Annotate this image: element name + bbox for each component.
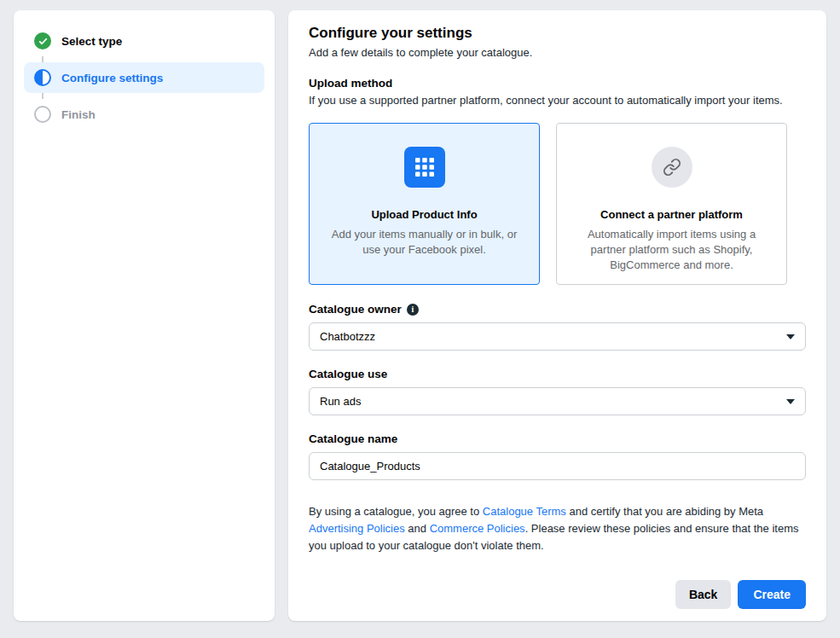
upload-method-options: Upload Product Info Add your items manua… bbox=[309, 123, 806, 285]
info-icon[interactable]: i bbox=[407, 304, 419, 316]
check-icon bbox=[34, 32, 51, 49]
commerce-policies-link[interactable]: Commerce Policies bbox=[430, 522, 525, 535]
upload-method-heading: Upload method bbox=[309, 76, 806, 90]
field-label-text: Catalogue use bbox=[309, 368, 387, 381]
field-label-text: Catalogue name bbox=[309, 432, 397, 446]
connect-partner-platform-card[interactable]: Connect a partner platform Automatically… bbox=[556, 123, 787, 285]
caret-down-icon bbox=[786, 399, 795, 404]
legal-text-segment: By using a catalogue, you agree to bbox=[309, 505, 483, 518]
grid-icon bbox=[404, 147, 445, 188]
step-connector bbox=[42, 93, 43, 99]
back-button[interactable]: Back bbox=[675, 580, 731, 609]
stepper-step-configure-settings[interactable]: Configure settings bbox=[24, 62, 264, 93]
catalogue-use-select[interactable]: Run ads bbox=[309, 387, 806, 415]
step-label: Select type bbox=[61, 35, 122, 48]
upload-product-info-card[interactable]: Upload Product Info Add your items manua… bbox=[309, 123, 540, 285]
legal-text-segment: and bbox=[405, 522, 430, 535]
circle-outline-icon bbox=[34, 106, 51, 123]
catalogue-owner-label: Catalogue owner i bbox=[309, 303, 806, 316]
selected-value: Run ads bbox=[320, 395, 361, 408]
caret-down-icon bbox=[786, 334, 795, 339]
upload-method-description: If you use a supported partner platform,… bbox=[309, 92, 786, 109]
catalogue-name-label: Catalogue name bbox=[309, 432, 806, 446]
create-button[interactable]: Create bbox=[738, 580, 806, 609]
page-subtitle: Add a few details to complete your catal… bbox=[309, 45, 806, 61]
catalogue-terms-link[interactable]: Catalogue Terms bbox=[483, 505, 566, 518]
step-connector bbox=[42, 56, 43, 62]
legal-text-segment: and certify that you are abiding by Meta bbox=[566, 505, 763, 518]
option-description: Automatically import items using a partn… bbox=[576, 227, 768, 273]
catalogue-use-label: Catalogue use bbox=[309, 368, 806, 381]
footer-actions: Back Create bbox=[309, 580, 806, 611]
link-icon bbox=[652, 147, 692, 188]
page-title: Configure your settings bbox=[309, 24, 806, 42]
half-filled-circle-icon bbox=[34, 69, 51, 86]
settings-panel: Configure your settings Add a few detail… bbox=[288, 10, 826, 621]
stepper-step-finish[interactable]: Finish bbox=[24, 99, 264, 130]
selected-value: Chatbotzzz bbox=[320, 330, 375, 343]
stepper-step-select-type[interactable]: Select type bbox=[24, 26, 264, 56]
option-description: Add your items manually or in bulk, or u… bbox=[328, 227, 520, 258]
catalogue-use-field: Catalogue use Run ads bbox=[309, 368, 806, 415]
step-label: Finish bbox=[61, 108, 96, 121]
catalogue-name-input[interactable] bbox=[309, 452, 806, 480]
legal-text: By using a catalogue, you agree to Catal… bbox=[309, 503, 806, 554]
field-label-text: Catalogue owner bbox=[309, 303, 402, 316]
stepper-panel: Select type Configure settings Finish bbox=[14, 10, 275, 621]
catalogue-name-field: Catalogue name bbox=[309, 432, 806, 480]
step-label: Configure settings bbox=[61, 72, 163, 84]
catalogue-owner-field: Catalogue owner i Chatbotzzz bbox=[309, 303, 806, 351]
advertising-policies-link[interactable]: Advertising Policies bbox=[309, 522, 405, 535]
option-title: Connect a partner platform bbox=[600, 208, 743, 221]
catalogue-owner-select[interactable]: Chatbotzzz bbox=[309, 322, 806, 351]
option-title: Upload Product Info bbox=[371, 208, 477, 221]
